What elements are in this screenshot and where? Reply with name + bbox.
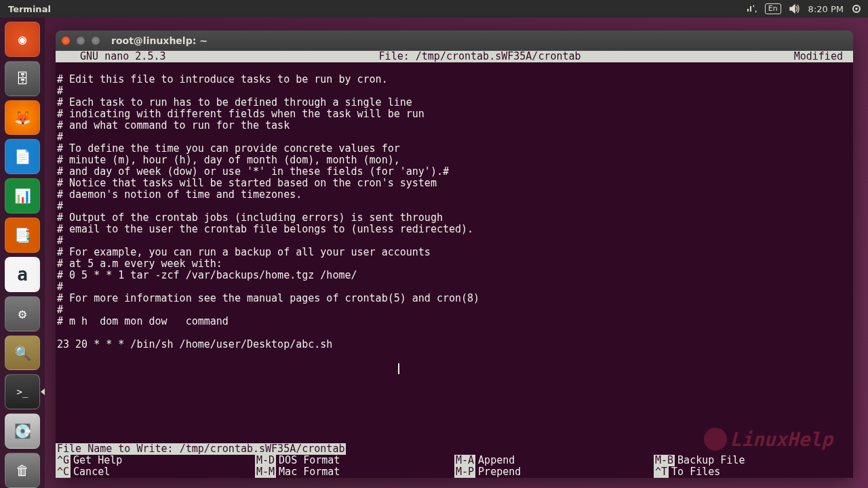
shortcut-label: Get Help bbox=[71, 455, 122, 466]
unity-launcher: ◉ 🗄 🦊 📄 📊 📑 a ⚙ 🔍 >_ 💽 🗑 bbox=[0, 18, 45, 488]
shortcut-label: To Files bbox=[669, 466, 720, 478]
launcher-settings[interactable]: ⚙ bbox=[5, 296, 40, 331]
clock[interactable]: 8:20 PM bbox=[808, 4, 844, 14]
terminal-content[interactable]: GNU nano 2.5.3 File: /tmp/crontab.sWF35A… bbox=[56, 51, 853, 478]
shortcut-key: M-D bbox=[255, 455, 276, 466]
terminal-window: root@linuxhelp: ~ GNU nano 2.5.3 File: /… bbox=[56, 30, 853, 478]
nano-header-bar: GNU nano 2.5.3 File: /tmp/crontab.sWF35A… bbox=[56, 51, 853, 62]
launcher-disk[interactable]: 💽 bbox=[5, 413, 40, 449]
shortcut-key: M-M bbox=[255, 466, 276, 478]
shortcut-key: ^T bbox=[654, 466, 669, 478]
keyboard-lang-indicator[interactable]: En bbox=[765, 3, 781, 14]
shortcut-label: Cancel bbox=[71, 466, 110, 478]
window-maximize-button[interactable] bbox=[91, 36, 100, 45]
top-menu-bar: Terminal En 8:20 PM bbox=[0, 0, 868, 18]
system-tray: En 8:20 PM bbox=[746, 3, 865, 14]
text-cursor bbox=[398, 363, 399, 374]
window-title: root@linuxhelp: ~ bbox=[111, 35, 208, 46]
active-app-title: Terminal bbox=[3, 4, 51, 14]
sound-icon[interactable] bbox=[789, 4, 800, 14]
shortcut-key: ^C bbox=[56, 466, 71, 478]
window-minimize-button[interactable] bbox=[76, 36, 85, 45]
launcher-trash[interactable]: 🗑 bbox=[5, 453, 40, 488]
shortcut-label: Backup File bbox=[675, 455, 745, 466]
launcher-terminal[interactable]: >_ bbox=[5, 374, 40, 409]
window-close-button[interactable] bbox=[61, 36, 71, 45]
nano-app-name: GNU nano 2.5.3 bbox=[57, 51, 166, 62]
shortcut-label: DOS Format bbox=[276, 455, 340, 466]
shortcut-row-1: ^GGet Help M-DDOS Format M-AAppend M-BBa… bbox=[56, 455, 853, 466]
nano-shortcut-bar: ^GGet Help M-DDOS Format M-AAppend M-BBa… bbox=[56, 455, 853, 478]
shortcut-key: M-P bbox=[454, 466, 475, 478]
shortcut-row-2: ^CCancel M-MMac Format M-PPrepend ^TTo F… bbox=[56, 466, 853, 478]
nano-file-label: File: /tmp/crontab.sWF35A/crontab bbox=[166, 51, 794, 62]
shortcut-label: Append bbox=[475, 455, 515, 466]
shortcut-label: Prepend bbox=[475, 466, 521, 478]
shortcut-key: M-A bbox=[454, 455, 475, 466]
nano-status: Modified bbox=[794, 51, 852, 62]
launcher-search[interactable]: 🔍 bbox=[5, 336, 40, 371]
launcher-firefox[interactable]: 🦊 bbox=[5, 100, 40, 136]
launcher-files[interactable]: 🗄 bbox=[5, 61, 40, 96]
launcher-writer[interactable]: 📄 bbox=[5, 139, 40, 174]
svg-point-1 bbox=[855, 7, 858, 10]
launcher-amazon[interactable]: a bbox=[5, 257, 40, 292]
launcher-dash[interactable]: ◉ bbox=[5, 22, 40, 57]
shortcut-label: Mac Format bbox=[276, 466, 340, 478]
nano-write-prompt-label: File Name to Write: /tmp/crontab.sWF35A/… bbox=[56, 443, 346, 455]
shortcut-key: ^G bbox=[56, 455, 71, 466]
shortcut-key: M-B bbox=[654, 455, 675, 466]
window-titlebar[interactable]: root@linuxhelp: ~ bbox=[56, 30, 853, 51]
launcher-calc[interactable]: 📊 bbox=[5, 178, 40, 214]
network-icon[interactable] bbox=[746, 5, 757, 13]
gear-icon[interactable] bbox=[852, 4, 861, 14]
nano-write-prompt-bar: File Name to Write: /tmp/crontab.sWF35A/… bbox=[56, 443, 853, 455]
launcher-impress[interactable]: 📑 bbox=[5, 218, 40, 253]
nano-file-content[interactable]: # Edit this file to introduce tasks to b… bbox=[56, 74, 853, 350]
